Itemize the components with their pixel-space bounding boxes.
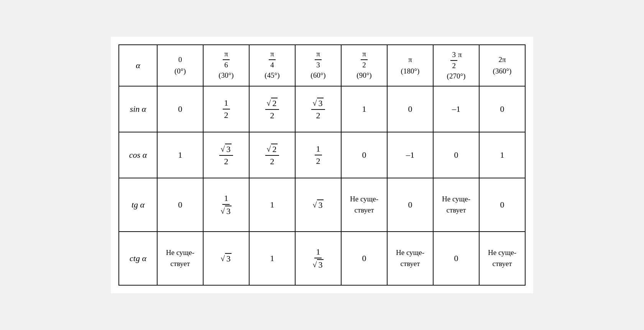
cos-row: cos α 1 √3 2 √2 2 [119,132,525,178]
cos-2pi: 1 [479,132,525,178]
tg-pi6: 1 √3 [203,178,249,232]
angle-0: 0(0°) [157,45,203,86]
ctg-label: ctg α [119,232,157,285]
ctg-pi3: 1 √3 [295,232,341,285]
cos-pi3: 1 2 [295,132,341,178]
sin-row: sin α 0 1 2 √2 2 √3 [119,86,525,132]
tg-pi: 0 [387,178,433,232]
tg-2pi: 0 [479,178,525,232]
sin-pi: 0 [387,86,433,132]
ctg-row: ctg α Не суще-ствует √3 1 1 √3 0 Не суще… [119,232,525,285]
tg-3pi2: Не суще-ствует [433,178,479,232]
sin-3pi2: –1 [433,86,479,132]
ctg-2pi: Не суще-ствует [479,232,525,285]
cos-pi: –1 [387,132,433,178]
tg-pi3: √3 [295,178,341,232]
alpha-symbol: α [136,60,140,70]
trig-table: α 0(0°) π 6 (30°) π 4 (45°) π 3 [118,44,526,286]
ctg-pi2: 0 [341,232,387,285]
tg-row: tg α 0 1 √3 1 √3 Не суще-ствует 0 Не сущ… [119,178,525,232]
sin-pi2: 1 [341,86,387,132]
cos-pi2: 0 [341,132,387,178]
angle-pi2: π 2 (90°) [341,45,387,86]
tg-0: 0 [157,178,203,232]
cos-label: cos α [119,132,157,178]
sin-2pi: 0 [479,86,525,132]
cos-0: 1 [157,132,203,178]
cos-pi4: √2 2 [249,132,295,178]
angle-pi3: π 3 (60°) [295,45,341,86]
cos-pi6: √3 2 [203,132,249,178]
tg-pi4: 1 [249,178,295,232]
sin-pi3: √3 2 [295,86,341,132]
cos-3pi2: 0 [433,132,479,178]
sin-0: 0 [157,86,203,132]
header-row: α 0(0°) π 6 (30°) π 4 (45°) π 3 [119,45,525,86]
sin-pi4: √2 2 [249,86,295,132]
ctg-0: Не суще-ствует [157,232,203,285]
ctg-pi4: 1 [249,232,295,285]
ctg-pi: Не суще-ствует [387,232,433,285]
tg-label: tg α [119,178,157,232]
ctg-3pi2: 0 [433,232,479,285]
ctg-pi6: √3 [203,232,249,285]
tg-pi2: Не суще-ствует [341,178,387,232]
alpha-header: α [119,45,157,86]
angle-pi: π(180°) [387,45,433,86]
angle-2pi: 2π(360°) [479,45,525,86]
angle-3pi2: 32 π (270°) [433,45,479,86]
angle-pi6: π 6 (30°) [203,45,249,86]
angle-pi4: π 4 (45°) [249,45,295,86]
sin-label: sin α [119,86,157,132]
trig-table-container: α 0(0°) π 6 (30°) π 4 (45°) π 3 [111,37,533,293]
sin-pi6: 1 2 [203,86,249,132]
